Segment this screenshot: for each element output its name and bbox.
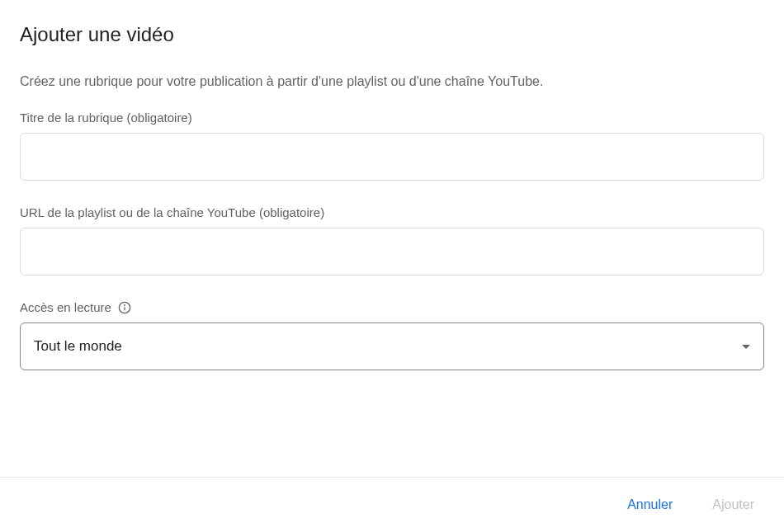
- access-select[interactable]: Tout le monde: [20, 322, 764, 370]
- url-field: URL de la playlist ou de la chaîne YouTu…: [20, 205, 764, 275]
- title-label: Titre de la rubrique (obligatoire): [20, 111, 764, 125]
- access-label: Accès en lecture: [20, 300, 764, 314]
- title-input[interactable]: [20, 133, 764, 181]
- url-input[interactable]: [20, 228, 764, 275]
- access-selected-value: Tout le monde: [34, 338, 122, 355]
- dialog-title: Ajouter une vidéo: [20, 23, 764, 46]
- url-label: URL de la playlist ou de la chaîne YouTu…: [20, 205, 764, 219]
- dialog-actions: Annuler Ajouter: [0, 477, 784, 532]
- dialog-description: Créez une rubrique pour votre publicatio…: [20, 74, 764, 89]
- add-button[interactable]: Ajouter: [702, 491, 764, 519]
- svg-point-2: [125, 304, 125, 305]
- access-label-text: Accès en lecture: [20, 300, 111, 314]
- chevron-down-icon: [742, 345, 750, 349]
- title-field: Titre de la rubrique (obligatoire): [20, 111, 764, 181]
- add-video-dialog: Ajouter une vidéo Créez une rubrique pou…: [0, 0, 784, 370]
- access-field: Accès en lecture Tout le monde: [20, 300, 764, 370]
- info-icon[interactable]: [118, 301, 131, 314]
- cancel-button[interactable]: Annuler: [617, 491, 682, 519]
